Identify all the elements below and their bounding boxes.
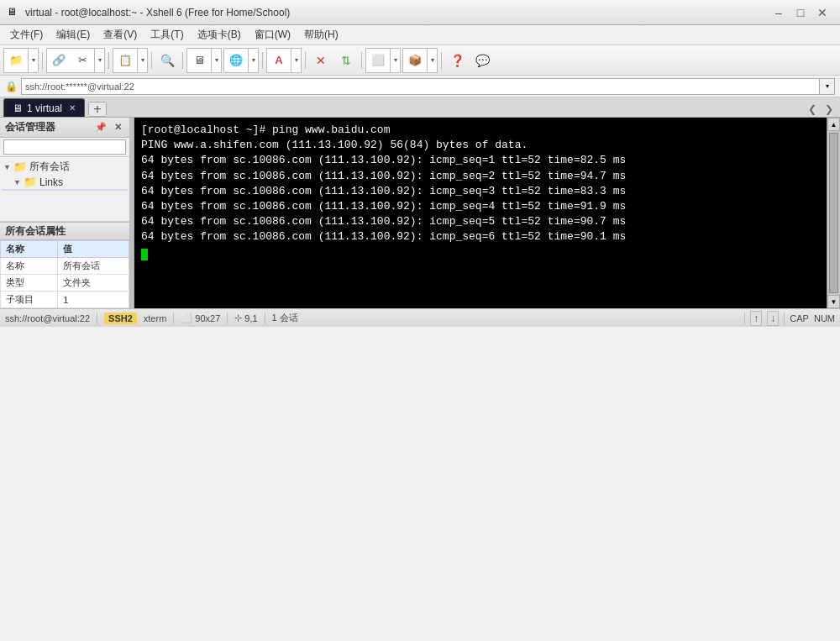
status-num: NUM [814, 313, 835, 323]
cursor [141, 249, 148, 260]
menu-view[interactable]: 查看(V) [97, 25, 144, 45]
sftp-dropdown[interactable]: ▾ [248, 49, 258, 72]
toolbar-sep-8 [441, 52, 442, 69]
properties-body: 名称所有会话类型文件夹子项目1 [1, 258, 129, 308]
new-window-dropdown[interactable]: ▾ [137, 49, 147, 72]
terminal-line: 64 bytes from sc.10086.com (111.13.100.9… [141, 214, 820, 229]
properties-table: 名称 值 名称所有会话类型文件夹子项目1 [0, 240, 129, 308]
terminal-line: PING www.a.shifen.com (111.13.100.92) 56… [141, 138, 820, 153]
status-sep-2 [173, 313, 174, 324]
menu-window[interactable]: 窗口(W) [248, 25, 297, 45]
session-button[interactable]: 🖥 [187, 49, 211, 72]
terminal-line: [root@localhost ~]# ping www.baidu.com [141, 123, 820, 138]
close-button[interactable]: ✕ [811, 4, 833, 21]
tree-node-links[interactable]: ▼ 📁 Links [2, 175, 128, 189]
lock-icon: 🔒 [5, 81, 18, 92]
menu-help[interactable]: 帮助(H) [297, 25, 345, 45]
disconnect-button[interactable]: ✂ [71, 49, 94, 72]
transfer-dropdown[interactable]: ▾ [390, 49, 400, 72]
folder-icon: 📁 [13, 160, 27, 173]
props-row: 类型文件夹 [1, 275, 129, 292]
scroll-down-button[interactable]: ▼ [827, 295, 840, 308]
transfer-button[interactable]: ⬜ [366, 49, 390, 72]
cursor-icon: ⊹ [234, 313, 242, 323]
app-icon: 🖥 [7, 6, 20, 19]
minimize-button[interactable]: – [768, 4, 790, 21]
terminal-scrollbar[interactable]: ▲ ▼ [827, 118, 840, 308]
menu-tools[interactable]: 工具(T) [144, 25, 190, 45]
session-group[interactable]: 🖥 ▾ [186, 48, 222, 73]
session-manager-title: 会话管理器 [5, 120, 55, 134]
status-path: ssh://root@virtual:22 [5, 313, 90, 323]
toolbar-sep-2 [108, 52, 109, 69]
toolbar-sep-4 [182, 52, 183, 69]
color-dropdown[interactable]: ▾ [291, 49, 301, 72]
help-button[interactable]: ❓ [445, 49, 469, 72]
toolbar-sep-7 [361, 52, 362, 69]
sftp-button[interactable]: 🌐 [224, 49, 248, 72]
status-term: xterm [144, 313, 167, 323]
find-button[interactable]: 🔍 [155, 49, 179, 72]
address-dropdown[interactable]: ▾ [820, 78, 835, 95]
props-col-value: 值 [58, 241, 129, 258]
terminal[interactable]: [root@localhost ~]# ping www.baidu.comPI… [134, 118, 827, 308]
scroll-up-button[interactable]: ▲ [827, 118, 840, 131]
sftp-group[interactable]: 🌐 ▾ [223, 48, 259, 73]
tree-label-links: Links [39, 176, 63, 188]
tree-node-all-sessions[interactable]: ▼ 📁 所有会话 [2, 159, 128, 175]
session-pin-button[interactable]: 📌 [94, 121, 108, 134]
new-session-button[interactable]: 📁 [4, 49, 28, 72]
panel-spacer [0, 191, 129, 221]
terminal-line: 64 bytes from sc.10086.com (111.13.100.9… [141, 199, 820, 214]
scroll-thumb[interactable] [829, 133, 838, 293]
new-window-button[interactable]: 📋 [113, 49, 137, 72]
size-value: 90x27 [195, 313, 220, 323]
reconnect-button[interactable]: 🔗 [47, 49, 71, 72]
toolbar-sep-5 [262, 52, 263, 69]
color-group[interactable]: A ▾ [266, 48, 302, 73]
reconnect-dropdown[interactable]: ▾ [94, 49, 104, 72]
props-col-name: 名称 [1, 241, 58, 258]
new-window-group[interactable]: 📋 ▾ [113, 48, 148, 73]
tab-virtual[interactable]: 🖥 1 virtual ✕ [3, 98, 85, 117]
xmanager-button[interactable]: ✕ [309, 49, 333, 72]
status-sep-3 [227, 313, 228, 324]
expand-arrow-links: ▼ [13, 178, 24, 187]
scroll-down-status[interactable]: ↓ [767, 311, 779, 326]
status-size: ⬜ 90x27 [181, 313, 220, 323]
toolbar-sep-3 [151, 52, 152, 69]
color-button[interactable]: A [267, 49, 291, 72]
terminal-line: 64 bytes from sc.10086.com (111.13.100.9… [141, 169, 820, 184]
tab-close-button[interactable]: ✕ [69, 103, 76, 113]
maximize-button[interactable]: □ [790, 4, 811, 21]
address-input[interactable] [21, 78, 820, 95]
menu-file[interactable]: 文件(F) [3, 25, 50, 45]
tab-prev-button[interactable]: ❮ [805, 102, 820, 117]
session-search-input[interactable] [3, 139, 126, 155]
menu-tabs[interactable]: 选项卡(B) [191, 25, 248, 45]
new-session-dropdown[interactable]: ▾ [28, 49, 38, 72]
keymap-dropdown[interactable]: ▾ [427, 49, 437, 72]
tab-next-button[interactable]: ❯ [822, 102, 837, 117]
terminal-output: [root@localhost ~]# ping www.baidu.comPI… [141, 123, 820, 245]
tab-add-button[interactable]: + [88, 102, 107, 117]
chat-button[interactable]: 💬 [470, 49, 494, 72]
toolbar: 📁 ▾ 🔗 ✂ ▾ 📋 ▾ 🔍 🖥 ▾ 🌐 ▾ A ▾ ✕ ⇅ ⬜ ▾ 📦 ▾ … [0, 45, 840, 76]
status-cap: CAP [790, 313, 809, 323]
window-title: virtual - root@localhost:~ - Xshell 6 (F… [25, 7, 768, 18]
reconnect-group[interactable]: 🔗 ✂ ▾ [46, 48, 105, 73]
status-right: ↑ ↓ CAP NUM [744, 311, 835, 326]
session-close-button[interactable]: ✕ [111, 121, 124, 134]
tab-icon: 🖥 [13, 102, 23, 114]
transfer-group[interactable]: ⬜ ▾ [365, 48, 401, 73]
xftp-button[interactable]: ⇅ [334, 49, 358, 72]
menu-bar: 文件(F) 编辑(E) 查看(V) 工具(T) 选项卡(B) 窗口(W) 帮助(… [0, 25, 840, 45]
keymap-group[interactable]: 📦 ▾ [402, 48, 438, 73]
properties-title: 所有会话属性 [0, 222, 129, 240]
keymap-button[interactable]: 📦 [403, 49, 427, 72]
new-session-group[interactable]: 📁 ▾ [3, 48, 39, 73]
tab-navigation: ❮ ❯ [805, 102, 837, 117]
scroll-up-status[interactable]: ↑ [750, 311, 762, 326]
menu-edit[interactable]: 编辑(E) [50, 25, 97, 45]
session-dropdown[interactable]: ▾ [211, 49, 221, 72]
